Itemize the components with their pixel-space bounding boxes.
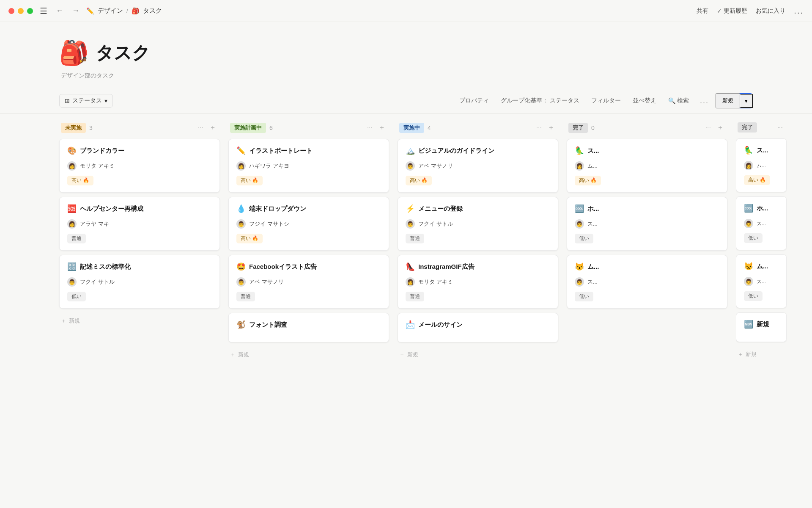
avatar: 👩 [575,161,584,171]
card-title: ム... [587,263,599,271]
new-dropdown-button[interactable]: ▾ [740,94,753,108]
avatar: 👨 [744,277,753,286]
task-card[interactable]: ⚡ メニューの登録 👨 フクイ サトル 普通 [398,197,558,251]
column-more-done[interactable]: ··· [775,123,785,132]
task-card[interactable]: 👠 InstragramGIF広告 👩 モリタ アキミ 普通 [398,255,558,309]
minimize-button[interactable] [18,8,24,14]
column-more-button-planned[interactable]: ··· [365,123,375,133]
task-card[interactable]: 🔡 記述ミスの標準化 👨 フクイ サトル 低い [59,255,220,309]
task-card[interactable]: 🦜 ス... 👩 ム... 高い 🔥 [736,138,787,192]
toolbar-more-button[interactable]: ... [697,95,712,107]
card-emoji: 🆒 [575,204,584,213]
column-count-todo: 3 [89,124,93,131]
task-card[interactable]: 🤩 Facebookイラスト広告 👨 アベ マサノリ 普通 [228,255,389,309]
breadcrumb-design-label[interactable]: デザイン [98,7,123,15]
task-card[interactable]: 😾 ム... 👨 ス... 低い [567,255,727,309]
card-emoji: 🆘 [67,204,77,213]
column-done-partial: 完了 ··· 🦜 ス... 👩 ム... 高い 🔥 [736,122,787,486]
chevron-down-icon: ▾ [104,97,107,104]
task-card[interactable]: 🏔️ ビジュアルのガイドライン 👨 アベ マサノリ 高い 🔥 [398,139,558,193]
task-card[interactable]: 🆒 ホ... 👨 ス... 低い [736,196,787,250]
page-icon: 🎒 [59,39,89,67]
column-more-button-todo[interactable]: ··· [196,123,206,133]
card-meta: 👨 フクイ サトル [406,219,550,229]
new-main-button[interactable]: 新規 [716,93,740,108]
priority-badge: 低い [575,234,593,243]
avatar: 👨 [575,277,584,287]
add-new-button[interactable]: ＋ 新規 [59,313,82,329]
assignee-name: モリタ アキミ [80,162,115,170]
back-button[interactable]: ← [54,6,65,16]
maximize-button[interactable] [27,8,33,14]
card-meta: 👨 アベ マサノリ [236,277,381,287]
column-more-button-inprogress[interactable]: ··· [534,123,544,133]
add-new-button[interactable]: ＋ 新規 [398,347,420,363]
favorite-label: お気に入り [756,7,785,15]
filter-button[interactable]: フィルター [587,94,625,107]
avatar: 👩 [406,277,415,287]
add-new-label: 新規 [238,351,249,359]
task-card[interactable]: 📩 メールのサイン [398,313,558,342]
sort-button[interactable]: 並べ替え [628,94,661,107]
column-add-button-inprogress[interactable]: ＋ [546,122,557,133]
column-more-button-done[interactable]: ··· [703,123,713,133]
task-card[interactable]: 🆕 新規 [736,312,787,342]
favorite-button[interactable]: お気に入り [756,7,785,15]
card-title: ホ... [587,205,599,213]
column-add-button-planned[interactable]: ＋ [376,122,387,133]
task-card[interactable]: 😾 ム... 👨 ス... 低い [736,254,787,308]
card-title: ス... [757,146,768,155]
share-button[interactable]: 共有 [697,7,708,15]
page-subtitle: デザイン部のタスク [61,72,753,80]
search-label: 検索 [677,97,689,105]
column-add-button-todo[interactable]: ＋ [207,122,218,133]
close-button[interactable] [8,8,14,14]
card-title-row: 😾 ム... [744,262,779,271]
task-card[interactable]: ✏️ イラストポートレート 👩 ハギワラ アキヨ 高い 🔥 [228,139,389,193]
history-button[interactable]: ✓ 更新履歴 [717,7,747,15]
task-card[interactable]: 🦜 ス... 👩 ム... 高い 🔥 [567,139,727,193]
more-button[interactable]: ... [794,6,804,16]
card-title-row: 🎨 ブランドカラー [67,146,212,155]
priority-badge: 高い 🔥 [575,176,601,185]
card-title: メールのサイン [418,321,463,329]
sidebar-toggle-button[interactable]: ☰ [38,4,49,18]
toolbar: ⊞ ステータス ▾ プロパティ グループ化基準： ステータス フィルター 並べ替… [0,88,812,114]
properties-button[interactable]: プロパティ [455,94,493,107]
priority-badge: 高い 🔥 [744,175,770,185]
forward-button[interactable]: → [70,6,81,16]
breadcrumb-task-emoji: 🎒 [132,7,140,15]
column-actions-done: ··· [775,123,785,132]
card-title: 新規 [757,320,769,329]
add-new-done-button[interactable]: ＋ 新規 [736,346,758,362]
card-title-row: 📩 メールのサイン [406,320,550,329]
add-new-label: 新規 [69,317,80,325]
card-meta: 👨 ス... [575,277,719,287]
avatar: 👩 [744,161,753,170]
view-group-button[interactable]: ⊞ ステータス ▾ [59,94,113,108]
card-title: メニューの登録 [418,205,463,213]
group-by-label: グループ化基準： [501,97,548,104]
card-meta: 👨 ス... [744,219,779,228]
column-header-done: 完了 0 ··· ＋ [567,122,727,133]
column-header-done: 完了 ··· [736,122,787,133]
column-planned: 実施計画中 6 ··· ＋ ✏️ イラストポートレート 👩 ハギワラ アキヨ 高… [228,122,389,486]
task-card[interactable]: 🎨 ブランドカラー 👩 モリタ アキミ 高い 🔥 [59,139,220,193]
task-card[interactable]: 🆘 ヘルプセンター再構成 👩 アラヤ マキ 普通 [59,197,220,251]
search-button[interactable]: 🔍 検索 [664,94,693,107]
group-by-button[interactable]: グループ化基準： ステータス [497,94,584,107]
column-add-button-done[interactable]: ＋ [715,122,726,133]
avatar: 👩 [67,219,77,229]
card-meta: 👨 フクイ サトル [67,277,212,287]
task-card[interactable]: 🆒 ホ... 👨 ス... 低い [567,197,727,251]
traffic-lights [8,8,33,14]
add-new-button[interactable]: ＋ 新規 [228,347,251,363]
priority-badge: 普通 [406,292,424,301]
column-label-todo: 未実施 [61,123,86,133]
check-icon: ✓ [717,8,722,14]
task-card[interactable]: 🐒 フォント調査 [228,313,389,342]
assignee-name: ス... [587,278,598,286]
plus-icon: ＋ [61,317,66,325]
breadcrumb-task-label[interactable]: タスク [143,7,162,15]
task-card[interactable]: 💧 端末ドロップダウン 👨 フジイ マサトシ 高い 🔥 [228,197,389,251]
